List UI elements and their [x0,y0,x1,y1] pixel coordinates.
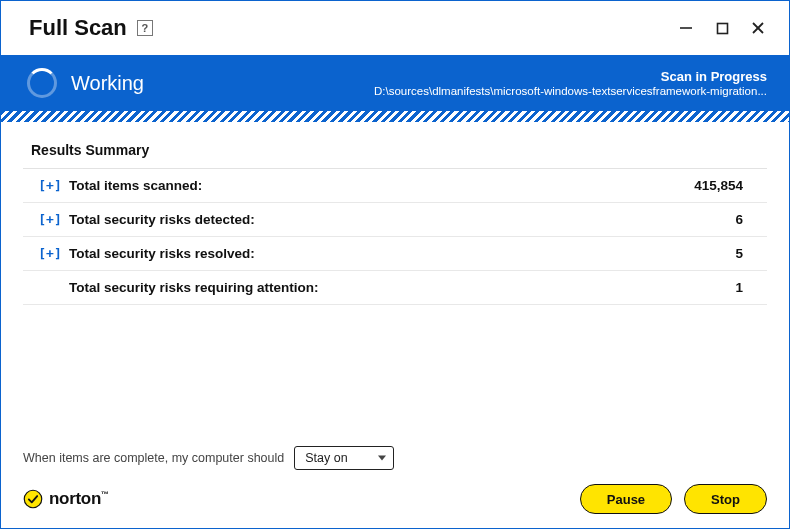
status-state: Working [71,72,144,95]
status-heading: Scan in Progress [374,69,767,84]
current-scan-path: D:\sources\dlmanifests\microsoft-windows… [374,85,767,97]
action-buttons: Pause Stop [580,484,767,514]
row-label: Total security risks resolved: [69,246,255,261]
row-label: Total security risks requiring attention… [69,280,319,295]
expand-toggle[interactable]: [+] [31,178,69,193]
row-value: 1 [735,280,743,295]
on-complete-label: When items are complete, my computer sho… [23,451,284,465]
spinner-icon [27,68,57,98]
window-title: Full Scan [29,15,127,41]
row-value: 415,854 [694,178,743,193]
select-value: Stay on [305,451,347,465]
brand-name: norton™ [49,489,109,509]
results-row-risks-attention: Total security risks requiring attention… [23,271,767,305]
row-label: Total items scanned: [69,178,202,193]
maximize-button[interactable] [711,17,733,39]
norton-checkmark-icon [23,489,43,509]
row-value: 6 [735,212,743,227]
svg-rect-1 [717,23,727,33]
on-complete-setting: When items are complete, my computer sho… [23,446,767,470]
close-button[interactable] [747,17,769,39]
titlebar: Full Scan ? [1,1,789,55]
results-row-risks-detected: [+] Total security risks detected: 6 [23,203,767,237]
stop-button[interactable]: Stop [684,484,767,514]
help-icon[interactable]: ? [137,20,153,36]
results-panel: Results Summary [+] Total items scanned:… [1,122,789,436]
row-label: Total security risks detected: [69,212,255,227]
progress-stripe [1,111,789,122]
brand-logo: norton™ [23,489,109,509]
pause-button[interactable]: Pause [580,484,672,514]
app-window: Full Scan ? Working Scan in Progress D:\… [0,0,790,529]
footer: When items are complete, my computer sho… [1,436,789,528]
svg-point-4 [24,490,42,508]
window-controls [675,17,769,39]
results-row-items-scanned: [+] Total items scanned: 415,854 [23,169,767,203]
results-row-risks-resolved: [+] Total security risks resolved: 5 [23,237,767,271]
minimize-button[interactable] [675,17,697,39]
results-title: Results Summary [23,136,767,169]
on-complete-select[interactable]: Stay on [294,446,394,470]
expand-toggle[interactable]: [+] [31,246,69,261]
status-band: Working Scan in Progress D:\sources\dlma… [1,55,789,111]
status-details: Scan in Progress D:\sources\dlmanifests\… [374,69,767,97]
expand-toggle[interactable]: [+] [31,212,69,227]
row-value: 5 [735,246,743,261]
footer-bar: norton™ Pause Stop [23,484,767,514]
